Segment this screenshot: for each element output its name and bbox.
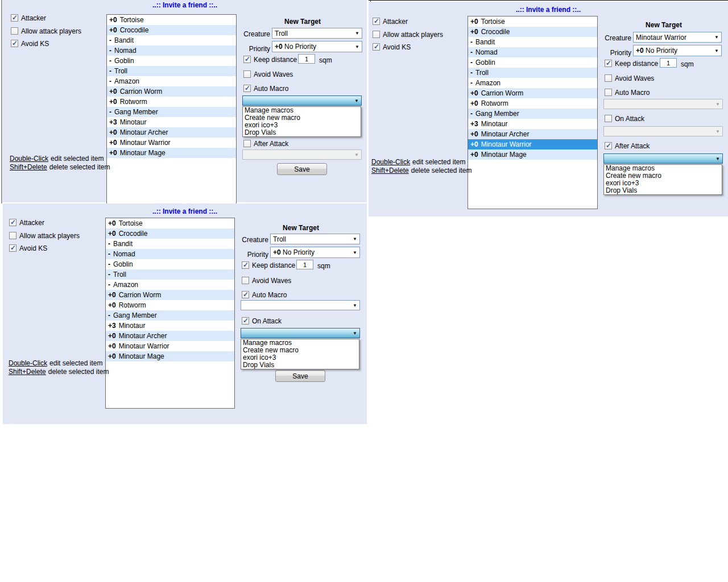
creature-select[interactable]: Minotaur Warrior ▼ — [633, 32, 722, 43]
creature-row[interactable]: -Goblin — [106, 259, 234, 269]
creature-row[interactable]: -Amazon — [107, 76, 236, 86]
keep-distance-checkbox[interactable]: Keep distance — [243, 55, 297, 64]
menu-item[interactable]: Create new macro — [241, 347, 359, 354]
creature-row[interactable]: +0Minotaur Archer — [106, 331, 234, 341]
avoid-ks-checkbox[interactable]: Avoid KS — [11, 39, 49, 48]
creature-row[interactable]: +0Tortoise — [468, 16, 597, 27]
menu-item[interactable]: Drop Vials — [241, 361, 359, 369]
creature-row[interactable]: -Bandit — [468, 37, 597, 47]
after-attack-select[interactable]: ▼ — [603, 153, 723, 164]
creature-row[interactable]: +0Minotaur Warrior — [107, 138, 236, 148]
creature-row[interactable]: +3Minotaur — [468, 119, 597, 129]
distance-input[interactable] — [296, 260, 313, 269]
avoid-ks-checkbox[interactable]: Avoid KS — [9, 244, 47, 252]
creature-row[interactable]: +0Minotaur Warrior — [106, 341, 234, 351]
creature-row[interactable]: -Amazon — [106, 280, 234, 290]
creature-row[interactable]: +3Minotaur — [107, 117, 236, 127]
menu-item[interactable]: exori ico+3 — [604, 180, 722, 187]
menu-item[interactable]: Drop Vials — [243, 129, 361, 136]
creature-row[interactable]: +0Rotworm — [106, 300, 234, 310]
creature-row[interactable]: +0Crocodile — [468, 27, 597, 37]
creature-row[interactable]: +0Rotworm — [107, 97, 236, 107]
auto-macro-select[interactable]: ▼ — [242, 95, 362, 106]
creature-row[interactable]: -Goblin — [468, 57, 597, 68]
creature-row[interactable]: +0Carrion Worm — [468, 88, 597, 98]
creature-row[interactable]: +0Minotaur Mage — [106, 351, 234, 361]
creature-row[interactable]: +3Minotaur — [106, 321, 234, 331]
allow-attack-players-checkbox[interactable]: Allow attack players — [373, 30, 443, 39]
menu-item[interactable]: Create new macro — [243, 114, 361, 122]
creature-row[interactable]: -Nomad — [107, 45, 236, 56]
priority-select[interactable]: +0 No Priority ▼ — [633, 45, 722, 56]
creature-row[interactable]: +0Carrion Worm — [106, 290, 234, 300]
creature-list[interactable]: +0Tortoise+0Crocodile-Bandit-Nomad-Gobli… — [106, 14, 237, 205]
macro-menu[interactable]: Manage macrosCreate new macroexori ico+3… — [603, 164, 722, 195]
creature-row[interactable]: -Nomad — [468, 47, 597, 57]
save-button[interactable]: Save — [277, 163, 327, 175]
macro-menu[interactable]: Manage macrosCreate new macroexori ico+3… — [241, 339, 359, 369]
creature-row[interactable]: -Gang Member — [107, 107, 236, 117]
creature-select[interactable]: Troll ▼ — [270, 234, 360, 244]
creature-row[interactable]: +0Minotaur Archer — [468, 129, 597, 139]
creature-row[interactable]: +0Tortoise — [107, 15, 236, 25]
auto-macro-checkbox[interactable]: Auto Macro — [605, 88, 650, 97]
menu-item[interactable]: Drop Vials — [604, 187, 722, 194]
priority-select[interactable]: +0 No Priority ▼ — [270, 247, 360, 258]
macro-menu[interactable]: Manage macrosCreate new macroexori ico+3… — [242, 106, 361, 137]
creature-row[interactable]: -Troll — [468, 68, 597, 78]
creature-row[interactable]: +0Tortoise — [106, 218, 234, 228]
auto-macro-checkbox[interactable]: Auto Macro — [243, 84, 288, 93]
allow-attack-players-checkbox[interactable]: Allow attack players — [11, 27, 81, 35]
creature-row[interactable]: -Troll — [106, 269, 234, 280]
menu-item[interactable]: Manage macros — [604, 165, 722, 172]
menu-item[interactable]: Manage macros — [241, 339, 359, 347]
after-attack-checkbox[interactable]: After Attack — [243, 139, 288, 148]
creature-row[interactable]: -Gang Member — [468, 109, 597, 119]
on-attack-checkbox[interactable]: On Attack — [242, 317, 282, 325]
attacker-checkbox[interactable]: Attacker — [373, 17, 408, 26]
creature-row[interactable]: -Amazon — [468, 78, 597, 88]
creature-select[interactable]: Troll ▼ — [272, 28, 362, 39]
on-attack-checkbox[interactable]: On Attack — [605, 114, 644, 123]
creature-row[interactable]: -Gang Member — [106, 310, 234, 321]
keep-distance-checkbox[interactable]: Keep distance — [242, 261, 295, 269]
avoid-waves-checkbox[interactable]: Avoid Waves — [243, 70, 293, 78]
avoid-waves-checkbox[interactable]: Avoid Waves — [605, 74, 654, 82]
creature-row[interactable]: -Nomad — [106, 249, 234, 259]
avoid-ks-checkbox[interactable]: Avoid KS — [373, 43, 411, 51]
priority-select[interactable]: +0 No Priority ▼ — [272, 41, 362, 52]
creature-row[interactable]: +0Minotaur Mage — [468, 149, 597, 160]
priority-label: Priority — [239, 251, 268, 259]
creature-row[interactable]: -Bandit — [107, 35, 236, 45]
keep-distance-checkbox[interactable]: Keep distance — [605, 59, 658, 68]
checkbox-icon — [11, 14, 18, 22]
auto-macro-checkbox[interactable]: Auto Macro — [242, 290, 287, 299]
checkbox-label: Attacker — [383, 18, 408, 26]
save-button[interactable]: Save — [275, 370, 325, 382]
creature-row[interactable]: +0Carrion Worm — [107, 86, 236, 97]
creature-row[interactable]: +0Minotaur Archer — [107, 127, 236, 138]
auto-macro-select[interactable]: ▼ — [241, 300, 360, 310]
creature-row[interactable]: -Troll — [107, 66, 236, 76]
attacker-checkbox[interactable]: Attacker — [9, 218, 44, 227]
menu-item[interactable]: Manage macros — [243, 107, 361, 114]
menu-item[interactable]: exori ico+3 — [243, 122, 361, 129]
distance-input[interactable] — [298, 54, 315, 64]
creature-row[interactable]: -Goblin — [107, 56, 236, 66]
creature-row[interactable]: +0Crocodile — [106, 228, 234, 239]
allow-attack-players-checkbox[interactable]: Allow attack players — [9, 231, 80, 240]
creature-row[interactable]: +0Minotaur Mage — [107, 148, 236, 158]
avoid-waves-checkbox[interactable]: Avoid Waves — [242, 276, 291, 285]
creature-row[interactable]: -Bandit — [106, 239, 234, 249]
creature-list[interactable]: +0Tortoise+0Crocodile-Bandit-Nomad-Gobli… — [105, 218, 235, 409]
after-attack-checkbox[interactable]: After Attack — [605, 142, 650, 150]
menu-item[interactable]: exori ico+3 — [241, 354, 359, 361]
creature-row[interactable]: +0Crocodile — [107, 25, 236, 35]
creature-row[interactable]: +0Minotaur Warrior — [468, 139, 597, 149]
creature-row[interactable]: +0Rotworm — [468, 98, 597, 109]
on-attack-select[interactable]: ▼ — [241, 328, 360, 338]
attacker-checkbox[interactable]: Attacker — [11, 14, 46, 22]
distance-input[interactable] — [660, 58, 677, 68]
creature-list[interactable]: +0Tortoise+0Crocodile-Bandit-Nomad-Gobli… — [468, 16, 598, 209]
menu-item[interactable]: Create new macro — [604, 172, 722, 180]
